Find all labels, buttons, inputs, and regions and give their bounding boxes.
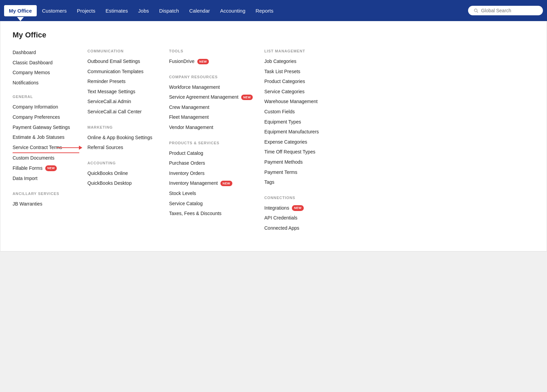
- nav-item-my-office[interactable]: My Office: [4, 5, 37, 16]
- menu-link-label: Product Catalog: [169, 150, 203, 157]
- menu-link-quickbooks-desktop[interactable]: QuickBooks Desktop: [87, 178, 161, 189]
- menu-link-service-categories[interactable]: Service Categories: [264, 87, 338, 97]
- new-badge: NEW: [292, 205, 303, 211]
- section-accounting: ACCOUNTINGQuickBooks OnlineQuickBooks De…: [87, 161, 161, 189]
- menu-link-label: Notifications: [13, 80, 38, 86]
- menu-link-stock-levels[interactable]: Stock Levels: [169, 189, 256, 199]
- nav-item-accounting[interactable]: Accounting: [215, 5, 250, 16]
- menu-link-referral-sources[interactable]: Referral Sources: [87, 143, 161, 153]
- menu-link-data-import[interactable]: Data Import: [13, 174, 79, 184]
- col-3: TOOLSFusionDriveNEWCOMPANY RESOURCESWork…: [169, 48, 264, 242]
- menu-link-taxes--fees---discounts[interactable]: Taxes, Fees & Discounts: [169, 209, 256, 219]
- menu-link-fleet-management[interactable]: Fleet Management: [169, 112, 256, 122]
- menu-link-label: Purchase Orders: [169, 160, 205, 167]
- myoffice-dropdown: My Office DashboardClassic DashboardComp…: [0, 21, 547, 251]
- new-badge: NEW: [220, 181, 232, 186]
- menu-link-label: Data Import: [13, 175, 37, 182]
- menu-link-servicecall-ai-admin[interactable]: ServiceCall.ai Admin: [87, 97, 161, 107]
- menu-link-company-preferences[interactable]: Company Preferences: [13, 112, 79, 122]
- menu-link-integrations[interactable]: IntegrationsNEW: [264, 203, 338, 213]
- menu-link-label: QuickBooks Desktop: [87, 180, 132, 187]
- menu-link-time-off-request-types[interactable]: Time Off Request Types: [264, 147, 338, 157]
- menu-link-crew-management[interactable]: Crew Management: [169, 102, 256, 113]
- nav-item-reports[interactable]: Reports: [251, 5, 278, 16]
- menu-link-equipment-manufacturers[interactable]: Equipment Manufacturers: [264, 127, 338, 137]
- search-input[interactable]: [481, 8, 537, 13]
- menu-link-label: Outbound Email Settings: [87, 58, 140, 65]
- menu-link-job-categories[interactable]: Job Categories: [264, 56, 338, 67]
- menu-link-label: Taxes, Fees & Discounts: [169, 210, 221, 217]
- menu-link-service-catalog[interactable]: Service Catalog: [169, 199, 256, 209]
- menu-link-task-list-presets[interactable]: Task List Presets: [264, 67, 338, 77]
- svg-line-1: [477, 12, 478, 13]
- menu-link-label: Service Contract Terms: [13, 144, 62, 151]
- menu-link-classic-dashboard[interactable]: Classic Dashboard: [13, 58, 79, 68]
- global-search[interactable]: [468, 6, 543, 15]
- section-general: GENERALCompany InformationCompany Prefer…: [13, 95, 79, 183]
- menu-link-custom-documents[interactable]: Custom Documents: [13, 153, 79, 163]
- menu-link-expense-categories[interactable]: Expense Categories: [264, 137, 338, 147]
- menu-link-outbound-email-settings[interactable]: Outbound Email Settings: [87, 56, 161, 67]
- section-header: CONNECTIONS: [264, 196, 338, 200]
- menu-link-tags[interactable]: Tags: [264, 177, 338, 187]
- section-header: COMPANY RESOURCES: [169, 75, 256, 79]
- menu-link-company-information[interactable]: Company Information: [13, 102, 79, 112]
- menu-link-warehouse-management[interactable]: Warehouse Management: [264, 97, 338, 107]
- menu-link-payment-terms[interactable]: Payment Terms: [264, 167, 338, 178]
- menu-link-jb-warranties[interactable]: JB Warranties: [13, 199, 79, 209]
- menu-link-notifications[interactable]: Notifications: [13, 78, 79, 88]
- section-header: MARKETING: [87, 125, 161, 129]
- menu-link-label: Estimate & Job Statuses: [13, 134, 65, 141]
- menu-link-fusiondrive[interactable]: FusionDriveNEW: [169, 56, 256, 67]
- menu-link-label: ServiceCall.ai Call Center: [87, 109, 142, 115]
- menu-link-label: Product Categories: [264, 78, 305, 85]
- menu-link-label: Company Information: [13, 104, 58, 111]
- menu-link-label: Reminder Presets: [87, 78, 126, 85]
- menu-link-vendor-management[interactable]: Vendor Management: [169, 122, 256, 133]
- menu-link-label: Online & App Booking Settings: [87, 134, 152, 141]
- menu-link-company-memos[interactable]: Company Memos: [13, 68, 79, 78]
- menu-link-inventory-management[interactable]: Inventory ManagementNEW: [169, 178, 256, 189]
- menu-link-label: Warehouse Management: [264, 98, 318, 105]
- menu-link-workforce-management[interactable]: Workforce Management: [169, 82, 256, 93]
- menu-link-connected-apps[interactable]: Connected Apps: [264, 223, 338, 233]
- menu-link-api-credentials[interactable]: API Credentials: [264, 213, 338, 223]
- nav-item-jobs[interactable]: Jobs: [133, 5, 154, 16]
- new-badge: NEW: [241, 95, 253, 100]
- nav-item-dispatch[interactable]: Dispatch: [154, 5, 184, 16]
- menu-link-payment-methods[interactable]: Payment Methods: [264, 157, 338, 167]
- menu-link-purchase-orders[interactable]: Purchase Orders: [169, 158, 256, 168]
- menu-link-estimate---job-statuses[interactable]: Estimate & Job Statuses: [13, 132, 79, 143]
- menu-link-quickbooks-online[interactable]: QuickBooks Online: [87, 168, 161, 179]
- menu-link-communication-templates[interactable]: Communication Templates: [87, 67, 161, 77]
- new-badge: NEW: [45, 165, 57, 171]
- nav-item-estimates[interactable]: Estimates: [101, 5, 133, 16]
- section-header: ANCILLARY SERVICES: [13, 192, 79, 196]
- menu-link-payment-gateway-settings[interactable]: Payment Gateway Settings: [13, 122, 79, 133]
- menu-link-label: FusionDrive: [169, 58, 195, 65]
- menu-link-label: Time Off Request Types: [264, 149, 315, 156]
- section-list-management: LIST MANAGEMENTJob CategoriesTask List P…: [264, 49, 338, 187]
- menu-link-equipment-types[interactable]: Equipment Types: [264, 117, 338, 127]
- menu-link-label: Payment Methods: [264, 159, 303, 166]
- menu-link-custom-fields[interactable]: Custom Fields: [264, 107, 338, 117]
- menu-link-fillable-forms[interactable]: Fillable FormsNEW: [13, 163, 79, 174]
- menu-link-text-message-settings[interactable]: Text Message Settings: [87, 87, 161, 97]
- menu-link-label: Service Agreement Management: [169, 94, 238, 101]
- menu-link-dashboard[interactable]: Dashboard: [13, 48, 79, 58]
- nav-item-customers[interactable]: Customers: [37, 5, 72, 16]
- nav-item-projects[interactable]: Projects: [72, 5, 100, 16]
- menu-link-inventory-orders[interactable]: Inventory Orders: [169, 168, 256, 179]
- menu-link-label: Dashboard: [13, 49, 36, 56]
- col3-sections: TOOLSFusionDriveNEWCOMPANY RESOURCESWork…: [169, 49, 256, 219]
- menu-link-label: Tags: [264, 179, 275, 186]
- col-1: DashboardClassic DashboardCompany MemosN…: [13, 48, 87, 242]
- nav-item-calendar[interactable]: Calendar: [184, 5, 215, 16]
- menu-link-online---app-booking-settings[interactable]: Online & App Booking Settings: [87, 133, 161, 143]
- menu-link-product-categories[interactable]: Product Categories: [264, 77, 338, 87]
- menu-link-reminder-presets[interactable]: Reminder Presets: [87, 77, 161, 87]
- menu-link-service-agreement-management[interactable]: Service Agreement ManagementNEW: [169, 92, 256, 102]
- menu-link-servicecall-ai-call-center[interactable]: ServiceCall.ai Call Center: [87, 107, 161, 117]
- menu-link-label: Inventory Management: [169, 180, 218, 187]
- menu-link-product-catalog[interactable]: Product Catalog: [169, 148, 256, 159]
